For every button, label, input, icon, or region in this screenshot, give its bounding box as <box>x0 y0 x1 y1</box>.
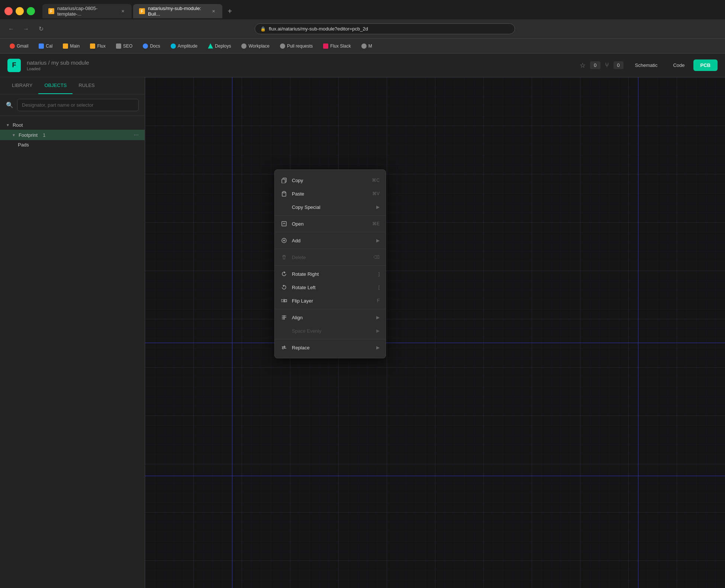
breadcrumb: natarius / my sub module <box>27 59 89 66</box>
bookmark-flux[interactable]: Flux <box>86 42 109 50</box>
bookmark-docs-label: Docs <box>150 43 160 49</box>
menu-item-copy-special[interactable]: Copy Special ▶ <box>275 200 386 214</box>
svg-rect-3 <box>283 191 285 193</box>
space-evenly-arrow: ▶ <box>376 328 380 333</box>
open-shortcut: ⌘E <box>372 221 380 226</box>
bookmark-fluxslack[interactable]: Flux Slack <box>319 42 354 50</box>
seo-icon <box>116 43 121 49</box>
bookmark-deploys[interactable]: Deploys <box>204 42 235 50</box>
bookmark-pullrequests-label: Pull requests <box>287 43 313 49</box>
url-text: flux.ai/natarius/my-sub-module?editor=pc… <box>269 26 368 32</box>
tab-2[interactable]: F natarius/my-sub-module: Buil... ✕ <box>133 4 222 18</box>
tab-favicon-1: F <box>48 8 54 14</box>
add-icon <box>281 237 287 244</box>
bookmark-flux-label: Flux <box>97 43 106 49</box>
address-bar[interactable]: 🔒 flux.ai/natarius/my-sub-module?editor=… <box>255 23 515 34</box>
delete-icon <box>281 254 287 261</box>
bookmark-main[interactable]: Main <box>59 42 83 50</box>
menu-section-clipboard: Copy ⌘C Paste ⌘V <box>275 172 386 216</box>
app-header: F natarius / my sub module Loaded ☆ 0 ⑂ … <box>0 54 725 77</box>
breadcrumb-owner: natarius <box>27 59 46 66</box>
view-tabs: Schematic Code PCB <box>628 59 718 71</box>
copy-special-label: Copy Special <box>292 204 370 210</box>
flux-icon <box>90 43 95 49</box>
menu-section-transform: Rotate Right ] Rotate Left [ <box>275 266 386 309</box>
sidebar-tab-library[interactable]: LIBRARY <box>6 77 38 94</box>
new-tab-button[interactable]: + <box>224 5 236 17</box>
menu-item-rotate-left[interactable]: Rotate Left [ <box>275 281 386 294</box>
docs-icon <box>143 43 148 49</box>
menu-section-delete: Delete ⌫ <box>275 249 386 266</box>
breadcrumb-repo: my sub module <box>51 59 89 66</box>
tab-close-1[interactable]: ✕ <box>120 8 126 14</box>
menu-item-copy[interactable]: Copy ⌘C <box>275 174 386 187</box>
replace-arrow: ▶ <box>376 345 380 350</box>
sidebar-tabs: LIBRARY OBJECTS RULES <box>0 77 145 94</box>
back-button[interactable]: ← <box>6 24 16 34</box>
menu-section-add: Add ▶ <box>275 232 386 249</box>
star-button[interactable]: ☆ <box>580 61 586 70</box>
bookmark-seo[interactable]: SEO <box>112 42 136 50</box>
bookmark-pullrequests[interactable]: Pull requests <box>276 42 316 50</box>
menu-item-paste[interactable]: Paste ⌘V <box>275 187 386 200</box>
tab-code[interactable]: Code <box>666 59 692 71</box>
pcb-canvas[interactable]: Copy ⌘C Paste ⌘V <box>145 77 725 588</box>
bookmark-amplitude[interactable]: Amplitude <box>167 42 201 50</box>
minimize-button[interactable] <box>16 7 24 15</box>
tab-1[interactable]: F natarius/cap-0805-template-... ✕ <box>42 4 132 18</box>
bookmark-docs[interactable]: Docs <box>139 42 164 50</box>
root-chevron-icon: ▼ <box>6 123 10 127</box>
tree-pads[interactable]: Pads <box>0 140 145 149</box>
tab-schematic[interactable]: Schematic <box>628 59 665 71</box>
close-button[interactable] <box>4 7 13 15</box>
tree-root-label: Root <box>13 122 23 128</box>
bookmark-workplace[interactable]: Workplace <box>238 42 273 50</box>
menu-item-flip-layer[interactable]: Flip Layer F <box>275 294 386 307</box>
tree-footprint[interactable]: ▼ Footprint 1 ··· <box>0 130 145 140</box>
add-label: Add <box>292 238 370 243</box>
footprint-count: 1 <box>43 132 45 138</box>
menu-item-align[interactable]: Align ▶ <box>275 311 386 324</box>
bookmark-cal[interactable]: Cal <box>35 42 56 50</box>
tab-pcb[interactable]: PCB <box>693 59 718 71</box>
delete-shortcut: ⌫ <box>373 255 380 260</box>
github-icon <box>280 43 285 49</box>
copy-label: Copy <box>292 178 367 183</box>
copy-icon <box>281 177 287 184</box>
header-actions: ☆ 0 ⑂ 0 Schematic Code PCB <box>580 59 718 71</box>
loaded-badge: Loaded <box>27 67 89 71</box>
bookmark-m[interactable]: M <box>358 42 376 50</box>
menu-item-rotate-right[interactable]: Rotate Right ] <box>275 267 386 281</box>
sidebar: LIBRARY OBJECTS RULES 🔍 Designator, part… <box>0 77 145 588</box>
search-input[interactable]: Designator, part name or selector <box>17 99 139 111</box>
menu-section-replace: Replace ▶ <box>275 339 386 356</box>
forward-button[interactable]: → <box>21 24 31 34</box>
search-placeholder: Designator, part name or selector <box>22 102 93 108</box>
blue-line-v-2 <box>638 77 638 588</box>
reload-button[interactable]: ↻ <box>36 24 46 34</box>
sidebar-tab-objects[interactable]: OBJECTS <box>38 77 72 94</box>
browser-chrome: F natarius/cap-0805-template-... ✕ F nat… <box>0 0 725 54</box>
sidebar-tab-rules[interactable]: RULES <box>72 77 100 94</box>
rotate-left-icon <box>281 284 287 291</box>
traffic-lights <box>4 7 35 15</box>
menu-item-add[interactable]: Add ▶ <box>275 234 386 247</box>
footprint-menu-dots[interactable]: ··· <box>134 132 139 138</box>
tree-area: ▼ Root ▼ Footprint 1 ··· Pads <box>0 116 145 588</box>
maximize-button[interactable] <box>27 7 35 15</box>
deploys-icon <box>208 43 213 49</box>
blue-line-v-1 <box>232 77 232 588</box>
search-icon: 🔍 <box>6 101 13 109</box>
main-layout: LIBRARY OBJECTS RULES 🔍 Designator, part… <box>0 77 725 588</box>
tab-close-2[interactable]: ✕ <box>211 8 216 14</box>
bookmark-gmail[interactable]: Gmail <box>6 42 32 50</box>
menu-item-open[interactable]: Open ⌘E <box>275 217 386 230</box>
menu-item-delete: Delete ⌫ <box>275 251 386 264</box>
flip-layer-shortcut: F <box>377 298 380 303</box>
fork-count: 0 <box>613 61 624 69</box>
tree-root[interactable]: ▼ Root <box>0 120 145 130</box>
menu-item-replace[interactable]: Replace ▶ <box>275 341 386 354</box>
open-label: Open <box>292 221 368 227</box>
menu-section-layout: Align ▶ Space Evenly ▶ <box>275 309 386 339</box>
space-evenly-icon <box>281 327 287 334</box>
